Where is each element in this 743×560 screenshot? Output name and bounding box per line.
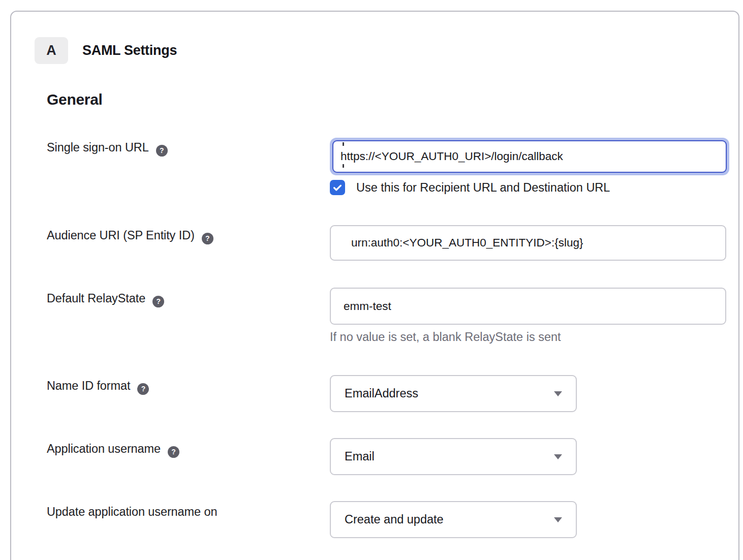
application-username-select[interactable]: Email	[330, 438, 577, 475]
checkmark-icon	[332, 182, 343, 193]
chevron-down-icon	[554, 454, 562, 459]
application-username-help-icon[interactable]: ?	[168, 446, 179, 458]
default-relaystate-label: Default RelayState?	[47, 292, 164, 307]
sso-url-input[interactable]	[332, 140, 727, 173]
panel-title: SAML Settings	[82, 43, 177, 58]
name-id-format-selected-value: EmailAddress	[345, 387, 418, 400]
sso-url-help-icon[interactable]: ?	[156, 145, 168, 157]
update-application-username-label-text: Update application username on	[47, 505, 217, 518]
update-application-username-selected-value: Create and update	[345, 513, 444, 526]
saml-settings-panel: A SAML Settings General Single sign-on U…	[10, 11, 739, 560]
application-username-label-text: Application username	[47, 442, 161, 455]
recipient-url-checkbox-row: Use this for Recipient URL and Destinati…	[330, 180, 610, 195]
section-badge: A	[35, 37, 68, 64]
name-id-format-label: Name ID format?	[47, 379, 149, 395]
name-id-format-help-icon[interactable]: ?	[137, 383, 149, 395]
application-username-label: Application username?	[47, 442, 179, 458]
audience-uri-input[interactable]	[330, 225, 726, 261]
ibeam-cursor-artifact	[343, 142, 344, 146]
sso-url-label: Single sign-on URL?	[47, 141, 168, 157]
audience-uri-label: Audience URI (SP Entity ID)?	[47, 229, 213, 244]
default-relaystate-help-icon[interactable]: ?	[152, 296, 164, 307]
general-section-heading: General	[47, 91, 103, 108]
ibeam-cursor-artifact	[343, 164, 344, 168]
audience-uri-help-icon[interactable]: ?	[202, 233, 213, 244]
chevron-down-icon	[554, 391, 562, 396]
sso-url-label-text: Single sign-on URL	[47, 141, 149, 154]
default-relaystate-label-text: Default RelayState	[47, 292, 145, 305]
audience-uri-label-text: Audience URI (SP Entity ID)	[47, 229, 195, 242]
name-id-format-select[interactable]: EmailAddress	[330, 375, 577, 412]
default-relaystate-input[interactable]	[330, 288, 726, 325]
update-application-username-label: Update application username on	[47, 505, 217, 519]
panel-header: A SAML Settings	[35, 37, 177, 64]
name-id-format-label-text: Name ID format	[47, 379, 130, 392]
relaystate-helper-text: If no value is set, a blank RelayState i…	[330, 330, 561, 344]
application-username-selected-value: Email	[345, 450, 375, 463]
use-for-recipient-checkbox-label[interactable]: Use this for Recipient URL and Destinati…	[356, 181, 610, 195]
chevron-down-icon	[554, 517, 562, 522]
use-for-recipient-checkbox[interactable]	[330, 180, 345, 195]
sso-url-input-focus-ring	[330, 138, 729, 175]
update-application-username-select[interactable]: Create and update	[330, 501, 577, 538]
